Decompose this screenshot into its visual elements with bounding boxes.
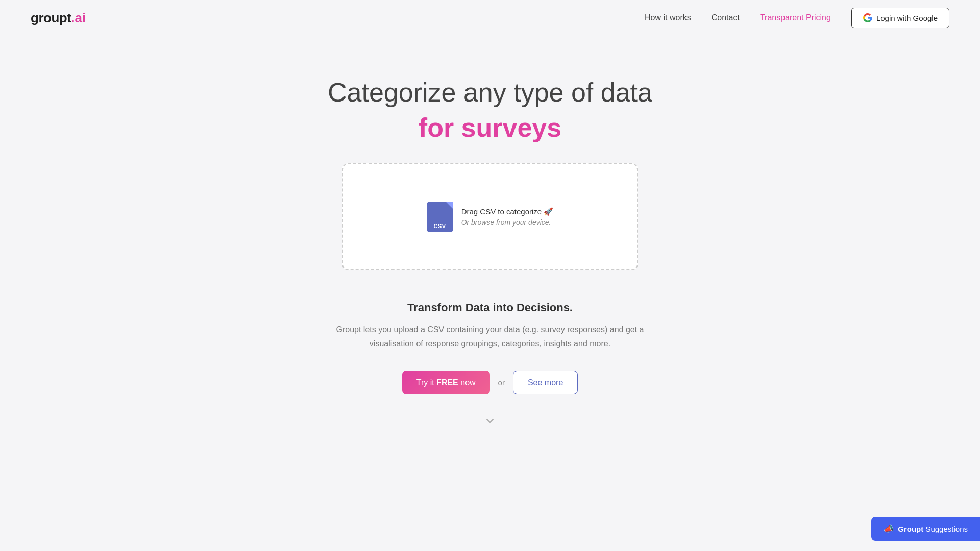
logo-text-groupt: groupt [31,10,71,26]
megaphone-icon: 📣 [884,524,894,534]
csv-file-icon: CSV [427,202,453,232]
see-more-button[interactable]: See more [513,371,578,394]
nav: How it works Contact Transparent Pricing… [645,8,949,28]
upload-zone[interactable]: CSV Drag CSV to categorize 🚀 Or browse f… [342,163,638,270]
upload-text: Drag CSV to categorize 🚀 Or browse from … [461,207,554,227]
login-with-google-button[interactable]: Login with Google [851,8,949,28]
nav-transparent-pricing[interactable]: Transparent Pricing [760,13,831,22]
description-text: Groupt lets you upload a CSV containing … [327,322,653,350]
main-content: Categorize any type of data for surveys … [0,36,980,447]
logo-dot: . [71,10,75,26]
drag-csv-text[interactable]: Drag CSV to categorize 🚀 [461,207,554,216]
hero-subtitle: for surveys [419,112,561,143]
chevron-down-container [484,415,496,427]
cta-or-text: or [498,378,505,387]
google-icon [863,13,872,22]
drag-csv-label: Drag CSV to categorize [461,207,542,216]
upload-inner: CSV Drag CSV to categorize 🚀 Or browse f… [427,202,554,232]
widget-brand: Groupt Suggestions [898,524,968,533]
rocket-emoji: 🚀 [544,207,553,216]
description-title: Transform Data into Decisions. [327,301,653,314]
chevron-down-icon [484,415,496,427]
try-free-suffix: now [458,378,476,387]
try-free-bold: FREE [436,378,458,387]
header: groupt.ai How it works Contact Transpare… [0,0,980,36]
nav-how-it-works[interactable]: How it works [645,13,691,22]
cta-row: Try it FREE now or See more [402,371,578,394]
try-free-button[interactable]: Try it FREE now [402,371,490,394]
nav-contact[interactable]: Contact [712,13,740,22]
try-free-prefix: Try it [416,378,436,387]
logo-ai: ai [75,10,86,26]
logo[interactable]: groupt.ai [31,10,86,26]
hero-title: Categorize any type of data [328,77,652,108]
csv-label: CSV [434,223,446,229]
groupt-suggestions-widget[interactable]: 📣 Groupt Suggestions [871,517,980,541]
login-button-label: Login with Google [876,14,938,22]
description-section: Transform Data into Decisions. Groupt le… [327,301,653,350]
browse-device-text: Or browse from your device. [461,218,554,227]
